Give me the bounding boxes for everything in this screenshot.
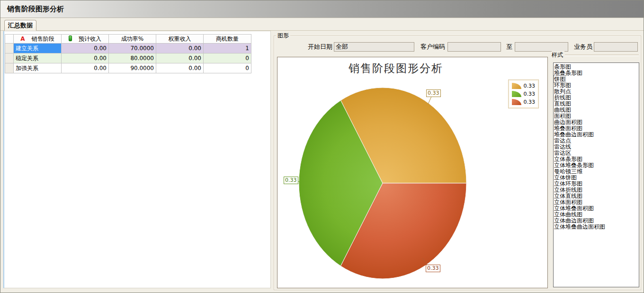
- start-date-input[interactable]: [334, 42, 414, 52]
- column-header-count[interactable]: 商机数量: [204, 35, 251, 44]
- cell-count[interactable]: 0: [204, 53, 251, 63]
- slice-value-label: 0.33: [426, 265, 440, 272]
- slice-value-label: 0.33: [284, 177, 298, 184]
- graph-groupbox: 图形 开始日期 客户编码 至 业务员 销售阶段图形分析: [274, 36, 641, 290]
- row-indicator[interactable]: [5, 44, 14, 53]
- graph-group-label: 图形: [276, 32, 290, 39]
- chart-style-list: 条形图 堆叠条形图 饼图 环形图 散列点 折线图 直线图 曲线图 面积图 曲边面…: [553, 62, 639, 287]
- legend-swatch-red: [512, 99, 521, 105]
- customer-code-label: 客户编码: [420, 43, 445, 51]
- legend-entry: 0.33: [512, 91, 536, 97]
- title-bar: 销售阶段图形分析: [0, 0, 644, 18]
- salesperson-input[interactable]: [594, 42, 638, 52]
- table-row[interactable]: 加强关系 0.00 90.0000 0.00 0: [5, 63, 251, 73]
- salesperson-label: 业务员: [573, 43, 592, 51]
- cell-success-rate[interactable]: 90.0000: [109, 63, 156, 73]
- groupbox-line: [565, 54, 639, 56]
- cell-expected[interactable]: 0.00: [62, 44, 109, 53]
- label-leader-line: [428, 97, 431, 104]
- app-window: 销售阶段图形分析 汇总数据 A销售阶段 预计收入 成功率% 权重收入 商机数量 …: [0, 0, 644, 293]
- style-item[interactable]: 立体堆叠曲边面积图: [554, 224, 639, 230]
- legend-entry: 0.33: [512, 99, 536, 105]
- cell-success-rate[interactable]: 80.0000: [109, 53, 156, 63]
- style-item[interactable]: 堆叠条形图: [554, 70, 639, 76]
- customer-code-to-input[interactable]: [515, 42, 568, 52]
- slice-value-label: 0.33: [426, 89, 441, 97]
- cell-stage[interactable]: 建立关系: [14, 44, 62, 53]
- table-row[interactable]: 稳定关系 0.00 80.0000 0.00 0: [5, 53, 251, 63]
- cell-weighted[interactable]: 0.00: [156, 53, 204, 63]
- cell-stage[interactable]: 加强关系: [14, 63, 62, 73]
- cell-weighted[interactable]: 0.00: [156, 44, 204, 53]
- start-date-label: 开始日期: [308, 43, 332, 51]
- chart-legend: 0.33 0.33 0.33: [508, 80, 539, 108]
- numeric-field-icon: [69, 36, 72, 41]
- sales-stage-table: A销售阶段 预计收入 成功率% 权重收入 商机数量 建立关系 0.00 70.0…: [5, 34, 251, 73]
- filter-row: 开始日期 客户编码 至 业务员: [274, 42, 641, 52]
- pie-chart: [277, 57, 547, 288]
- legend-entry: 0.33: [512, 83, 536, 89]
- cell-weighted[interactable]: 0.00: [156, 63, 204, 73]
- row-indicator-header: [5, 35, 14, 44]
- text-field-icon: A: [20, 36, 25, 42]
- cell-count[interactable]: 0: [204, 63, 251, 73]
- page-title: 销售阶段图形分析: [0, 0, 644, 18]
- row-indicator[interactable]: [5, 63, 14, 73]
- cell-expected[interactable]: 0.00: [62, 63, 109, 73]
- tab-summary-data[interactable]: 汇总数据: [4, 20, 36, 31]
- customer-code-from-input[interactable]: [447, 42, 501, 52]
- to-label: 至: [506, 43, 512, 51]
- style-group-label: 样式: [552, 51, 564, 59]
- cell-success-rate[interactable]: 70.0000: [109, 44, 156, 53]
- legend-swatch-orange: [512, 83, 521, 89]
- column-header-stage[interactable]: A销售阶段: [14, 35, 62, 44]
- cell-stage[interactable]: 稳定关系: [14, 53, 62, 63]
- row-indicator[interactable]: [5, 53, 14, 63]
- table-row[interactable]: 建立关系 0.00 70.0000 0.00 1: [5, 44, 251, 53]
- column-header-success-rate[interactable]: 成功率%: [109, 35, 156, 44]
- style-groupbox: 样式 条形图 堆叠条形图 饼图 环形图 散列点 折线图 直线图 曲线图 面积图 …: [552, 51, 639, 288]
- tab-strip: 汇总数据: [0, 18, 644, 31]
- legend-swatch-green: [512, 91, 521, 97]
- table-header-row: A销售阶段 预计收入 成功率% 权重收入 商机数量: [5, 35, 251, 44]
- cell-expected[interactable]: 0.00: [62, 53, 109, 63]
- summary-table-panel: A销售阶段 预计收入 成功率% 权重收入 商机数量 建立关系 0.00 70.0…: [3, 31, 271, 288]
- cell-count[interactable]: 1: [204, 44, 251, 53]
- pie-chart-panel: 销售阶段图形分析: [277, 57, 548, 288]
- column-header-expected[interactable]: 预计收入: [62, 35, 109, 44]
- column-header-weighted[interactable]: 权重收入: [156, 35, 204, 44]
